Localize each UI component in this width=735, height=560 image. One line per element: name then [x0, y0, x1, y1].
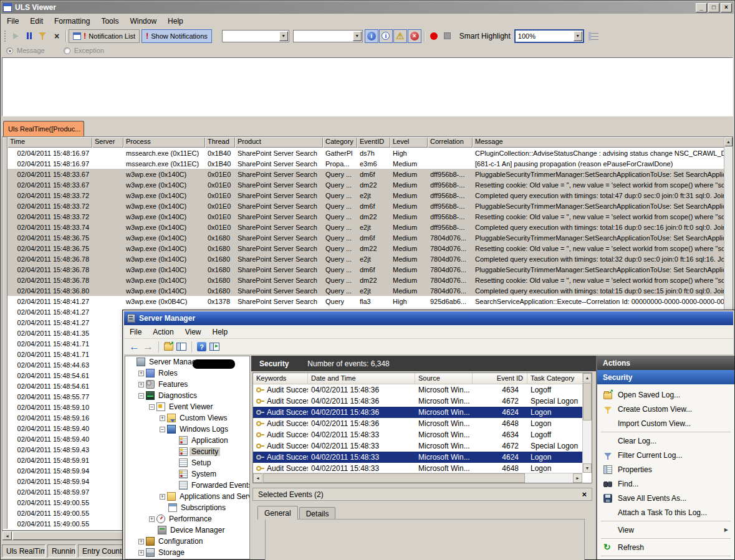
- event-column-keywords[interactable]: Keywords: [253, 373, 308, 384]
- tree-item-storage[interactable]: +Storage: [125, 547, 249, 558]
- tree-item-forwarded-events[interactable]: Forwarded Events: [125, 480, 249, 491]
- forward-icon[interactable]: →: [143, 341, 153, 352]
- column-header-level[interactable]: Level: [390, 137, 428, 148]
- record-icon[interactable]: [427, 29, 441, 43]
- message-radio[interactable]: [6, 47, 13, 54]
- show-notifications-button[interactable]: ! Show Notifications: [142, 29, 212, 43]
- log-row[interactable]: 02/04/2011 15:48:33.67w3wp.exe (0x140C)0…: [2, 169, 733, 179]
- log-row[interactable]: 02/04/2011 15:48:33.72w3wp.exe (0x140C)0…: [2, 211, 733, 222]
- close-icon[interactable]: ×: [582, 490, 587, 499]
- event-row[interactable]: Audit Success04/02/2011 15:48:36Microsof…: [253, 396, 592, 407]
- show-hide-console-tree-icon[interactable]: [176, 343, 186, 351]
- uls-menu-edit[interactable]: Edit: [24, 16, 49, 27]
- expand-icon[interactable]: +: [160, 494, 165, 500]
- uls-menu-tools[interactable]: Tools: [95, 16, 124, 27]
- log-row[interactable]: 02/04/2011 15:48:36.80w3wp.exe (0x140C)0…: [2, 285, 733, 296]
- event-row[interactable]: Audit Success04/02/2011 15:48:33Microsof…: [253, 452, 592, 463]
- log-row[interactable]: 02/04/2011 15:48:33.74w3wp.exe (0x140C)0…: [2, 222, 733, 232]
- collapse-icon[interactable]: −: [149, 404, 155, 410]
- tree-item-windows-logs[interactable]: −Windows Logs: [125, 424, 249, 435]
- tree-item-device-manager[interactable]: Device Manager: [125, 524, 249, 536]
- column-header-server[interactable]: Server: [92, 137, 123, 148]
- chevron-down-icon[interactable]: ▼: [574, 31, 582, 41]
- event-list-vertical-scrollbar[interactable]: ▲ ▼: [582, 373, 592, 473]
- expand-icon[interactable]: +: [160, 415, 165, 421]
- uls-menu-file[interactable]: File: [1, 16, 24, 27]
- sm-menu-help[interactable]: Help: [207, 326, 234, 338]
- play-icon[interactable]: [9, 29, 22, 43]
- action-help[interactable]: Help▶: [597, 558, 734, 559]
- event-column-date-and-time[interactable]: Date and Time: [308, 373, 415, 384]
- close-button[interactable]: ×: [721, 3, 732, 12]
- scroll-left-icon[interactable]: ◄: [2, 531, 12, 540]
- exception-radio[interactable]: [64, 47, 70, 54]
- tree-item-performance[interactable]: +Performance: [125, 513, 249, 524]
- action-create-custom-view[interactable]: Create Custom View...: [597, 402, 734, 416]
- error-icon[interactable]: ×: [408, 29, 421, 43]
- toolbar-grip[interactable]: [4, 31, 7, 42]
- tab-details[interactable]: Details: [299, 507, 336, 520]
- maximize-button[interactable]: □: [708, 3, 719, 12]
- tree-item-diagnostics[interactable]: −Diagnostics: [125, 390, 249, 401]
- scrollbar-thumb[interactable]: [583, 383, 592, 420]
- chevron-down-icon[interactable]: ▼: [279, 31, 288, 41]
- event-row[interactable]: Audit Success04/02/2011 15:48:36Microsof…: [253, 418, 592, 429]
- scroll-up-icon[interactable]: ▲: [583, 373, 592, 382]
- help-icon[interactable]: ?: [197, 342, 206, 351]
- info-filled-icon[interactable]: i: [365, 29, 378, 43]
- server-manager-titlebar[interactable]: Server Manager: [124, 311, 733, 325]
- expand-icon[interactable]: +: [138, 550, 144, 556]
- log-row[interactable]: 02/04/2011 15:48:33.67w3wp.exe (0x140C)0…: [2, 179, 733, 190]
- tab-uls-realtime[interactable]: Uls RealTime([Produc...: [3, 121, 84, 136]
- show-hide-action-pane-icon[interactable]: [209, 343, 219, 351]
- tab-general[interactable]: General: [257, 506, 298, 520]
- pause-icon[interactable]: [22, 29, 36, 43]
- log-row[interactable]: 02/04/2011 15:48:16.97mssearch.exe (0x11…: [2, 148, 733, 158]
- sm-menu-view[interactable]: View: [180, 326, 207, 338]
- notification-list-button[interactable]: ! Notification List: [69, 29, 140, 43]
- filter-combo-2[interactable]: ▼: [293, 30, 363, 42]
- event-row[interactable]: Audit Success04/02/2011 15:48:33Microsof…: [253, 429, 592, 440]
- column-header-product[interactable]: Product: [235, 137, 323, 148]
- tree-item-applications-and-servi[interactable]: +Applications and Servi: [125, 491, 249, 502]
- tree-item-subscriptions[interactable]: Subscriptions: [125, 502, 249, 513]
- filter-combo-1[interactable]: ▼: [222, 30, 289, 42]
- chevron-down-icon[interactable]: ▼: [353, 31, 362, 41]
- log-row[interactable]: 02/04/2011 15:48:16.97mssearch.exe (0x11…: [2, 158, 733, 169]
- column-header-correlation[interactable]: Correlation: [428, 137, 473, 148]
- action-open-saved-log[interactable]: Open Saved Log...: [597, 387, 734, 402]
- scrollbar-thumb[interactable]: [263, 473, 525, 483]
- event-list-horizontal-scrollbar[interactable]: ◄ ►: [253, 473, 582, 483]
- action-view[interactable]: View▶: [597, 523, 734, 537]
- actions-security-section[interactable]: Security: [597, 370, 734, 384]
- format-list-icon[interactable]: [587, 29, 600, 43]
- uls-menu-formatting[interactable]: Formatting: [49, 16, 95, 27]
- scroll-up-icon[interactable]: ▲: [724, 137, 733, 146]
- expand-icon[interactable]: +: [138, 539, 144, 544]
- tree-item-event-viewer[interactable]: −Event Viewer: [125, 401, 249, 412]
- log-row[interactable]: 02/04/2011 15:48:41.27w3wp.exe (0x0B4C)0…: [2, 296, 733, 306]
- filter-icon[interactable]: [36, 29, 50, 43]
- stop-icon[interactable]: [441, 29, 454, 43]
- collapse-icon[interactable]: −: [138, 393, 144, 399]
- action-find[interactable]: Find...: [597, 477, 734, 491]
- collapse-icon[interactable]: −: [160, 427, 165, 432]
- action-refresh[interactable]: Refresh: [597, 540, 734, 554]
- scroll-right-icon[interactable]: ►: [573, 473, 582, 483]
- sm-menu-action[interactable]: Action: [147, 326, 179, 338]
- event-column-event-id[interactable]: Event ID: [473, 373, 527, 384]
- tree-item-configuration[interactable]: +Configuration: [125, 536, 249, 547]
- expand-icon[interactable]: +: [149, 516, 155, 522]
- expand-icon[interactable]: +: [138, 371, 144, 376]
- event-row[interactable]: Audit Success04/02/2011 15:48:36Microsof…: [253, 407, 592, 418]
- export-folder-icon[interactable]: [164, 343, 173, 351]
- tree-item-roles[interactable]: +Roles: [125, 368, 249, 379]
- event-column-source[interactable]: Source: [415, 373, 473, 384]
- tree-item-system[interactable]: System: [125, 468, 249, 480]
- sm-menu-file[interactable]: File: [124, 326, 147, 338]
- column-header-category[interactable]: Category: [323, 137, 357, 148]
- column-header-process[interactable]: Process: [123, 137, 205, 148]
- log-row[interactable]: 02/04/2011 15:48:36.75w3wp.exe (0x140C)0…: [2, 243, 733, 254]
- tree-item-setup[interactable]: Setup: [125, 457, 249, 468]
- tree-item-security[interactable]: Security: [125, 446, 249, 457]
